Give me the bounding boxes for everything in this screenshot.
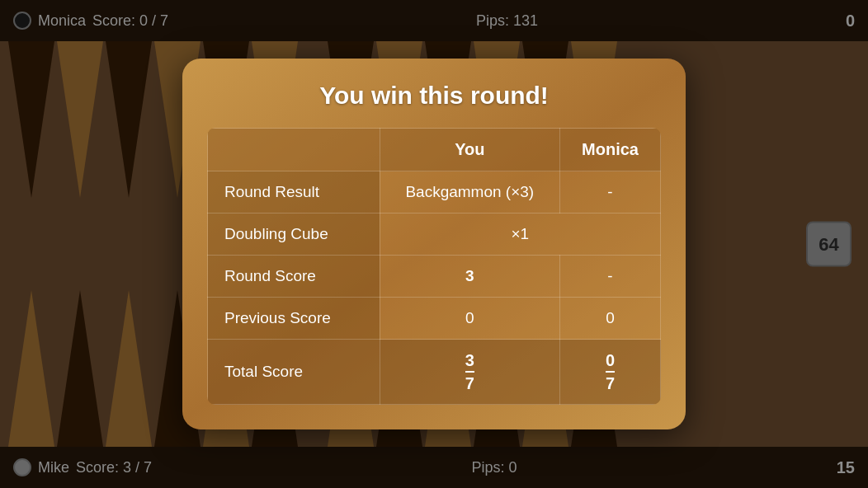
round-score-monica: - [560, 256, 661, 298]
round-result-monica: - [560, 171, 661, 214]
round-score-you: 3 [380, 256, 559, 298]
you-numerator: 3 [465, 351, 474, 373]
score-modal: You win this round! You Monica Round Res… [182, 59, 686, 429]
previous-score-monica: 0 [560, 298, 661, 340]
modal-overlay: You win this round! You Monica Round Res… [0, 0, 868, 488]
previous-score-you: 0 [380, 298, 559, 340]
doubling-cube-label: Doubling Cube [208, 214, 380, 256]
table-row: Total Score 3 7 0 7 [208, 340, 661, 405]
round-result-you: Backgammon (×3) [380, 171, 559, 214]
score-table: You Monica Round Result Backgammon (×3) … [207, 128, 661, 405]
you-fraction: 3 7 [465, 351, 474, 392]
monica-fraction: 0 7 [606, 351, 615, 392]
monica-numerator: 0 [606, 351, 615, 373]
col-label-header [208, 129, 380, 171]
table-row: Previous Score 0 0 [208, 298, 661, 340]
previous-score-label: Previous Score [208, 298, 380, 340]
modal-title: You win this round! [207, 82, 661, 110]
table-row: Round Result Backgammon (×3) - [208, 171, 661, 214]
doubling-cube-value: ×1 [380, 214, 660, 256]
total-score-you: 3 7 [380, 340, 559, 405]
table-row: Round Score 3 - [208, 256, 661, 298]
total-score-monica: 0 7 [560, 340, 661, 405]
col-monica-header: Monica [560, 129, 661, 171]
round-score-label: Round Score [208, 256, 380, 298]
table-row: Doubling Cube ×1 [208, 214, 661, 256]
monica-denominator: 7 [606, 373, 615, 392]
round-result-label: Round Result [208, 171, 380, 214]
col-you-header: You [380, 129, 559, 171]
total-score-label: Total Score [208, 340, 380, 405]
you-denominator: 7 [465, 373, 474, 392]
